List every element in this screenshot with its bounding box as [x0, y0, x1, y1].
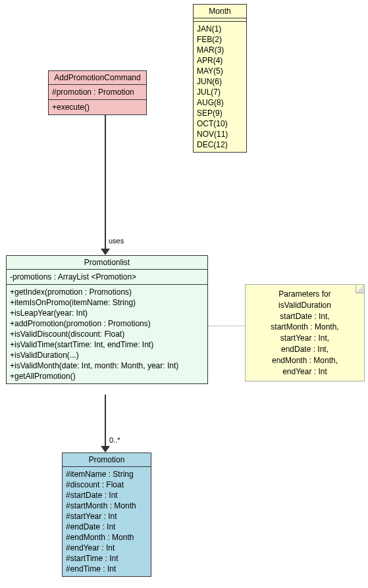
class-promotionlist: Promotionlist -promotions : ArrayList <P…: [6, 255, 208, 384]
attribute: #promotion : Promotion: [52, 87, 143, 97]
enum-item: NOV(11): [197, 129, 243, 139]
enum-item: SEP(9): [197, 108, 243, 118]
enum-item: FEB(2): [197, 34, 243, 45]
method: +addPromotion(promotion : Promotions): [10, 318, 204, 329]
method: +isValidDuration(...): [10, 350, 204, 360]
method: +itemIsOnPromo(itemName: String): [10, 297, 204, 308]
attribute: #endTime : Int: [66, 564, 147, 574]
note-line: startDate : Int,: [252, 311, 357, 322]
methods: +getIndex(promotion : Promotions) +itemI…: [7, 285, 207, 383]
class-title: Promotion: [63, 453, 151, 467]
note-line: endDate : Int,: [252, 344, 357, 355]
note-line: startMonth : Month,: [252, 322, 357, 333]
attribute: #startTime : Int: [66, 553, 147, 564]
note-line: endYear : Int: [252, 366, 357, 378]
attributes: -promotions : ArrayList <Promotion>: [7, 270, 207, 285]
attribute: #endDate : Int: [66, 522, 147, 532]
class-title: Month: [194, 5, 246, 18]
enum-item: MAR(3): [197, 45, 243, 55]
methods: +execute(): [49, 100, 146, 114]
enum-values: JAN(1) FEB(2) MAR(3) APR(4) MAY(5) JUN(6…: [194, 22, 246, 152]
attribute: #endMonth : Month: [66, 532, 147, 543]
attributes: #promotion : Promotion: [49, 85, 146, 100]
arrow-uses: [105, 115, 106, 250]
uses-label: uses: [109, 237, 124, 245]
method: +getIndex(promotion : Promotions): [10, 287, 204, 297]
class-add-promotion-command: AddPromotionCommand #promotion : Promoti…: [48, 70, 147, 115]
attribute: #startDate : Int: [66, 490, 147, 501]
enum-item: AUG(8): [197, 97, 243, 108]
note-fold-icon: [355, 285, 364, 293]
class-promotion: Promotion #itemName : String #discount :…: [62, 453, 151, 577]
method: +getAllPromotion(): [10, 371, 204, 381]
enum-item: OCT(10): [197, 118, 243, 129]
arrow-head-icon: [101, 249, 110, 255]
class-title: AddPromotionCommand: [49, 71, 146, 85]
enum-item: JAN(1): [197, 24, 243, 34]
multiplicity-label: 0..*: [109, 436, 120, 444]
note-line: Parameters for isValidDuration: [252, 289, 357, 311]
note-line: endMonth : Month,: [252, 355, 357, 366]
enum-item: MAY(5): [197, 66, 243, 76]
enum-item: DEC(12): [197, 139, 243, 150]
method: +execute(): [52, 102, 143, 112]
enum-item: APR(4): [197, 55, 243, 66]
attribute: -promotions : ArrayList <Promotion>: [10, 272, 204, 282]
attribute: #endYear : Int: [66, 543, 147, 553]
enum-item: JUL(7): [197, 87, 243, 97]
note-connector: [208, 326, 245, 326]
enum-item: JUN(6): [197, 76, 243, 87]
method: +isValidTime(startTime: Int, endTime: In…: [10, 339, 204, 350]
attribute: #itemName : String: [66, 469, 147, 479]
attribute: #startMonth : Month: [66, 501, 147, 511]
method: +isValidMonth(date: Int, month: Month, y…: [10, 360, 204, 371]
arrow-has: [105, 395, 106, 447]
method: +isLeapYear(year: Int): [10, 308, 204, 318]
attributes: #itemName : String #discount : Float #st…: [63, 467, 151, 576]
note-parameters: Parameters for isValidDuration startDate…: [245, 284, 365, 381]
note-line: startYear : Int,: [252, 333, 357, 344]
attribute: #startYear : Int: [66, 511, 147, 522]
class-title: Promotionlist: [7, 256, 207, 270]
method: +isValidDiscount(discount: Float): [10, 329, 204, 339]
class-month: Month JAN(1) FEB(2) MAR(3) APR(4) MAY(5)…: [193, 4, 247, 153]
arrow-head-icon: [101, 446, 110, 453]
attribute: #discount : Float: [66, 479, 147, 490]
